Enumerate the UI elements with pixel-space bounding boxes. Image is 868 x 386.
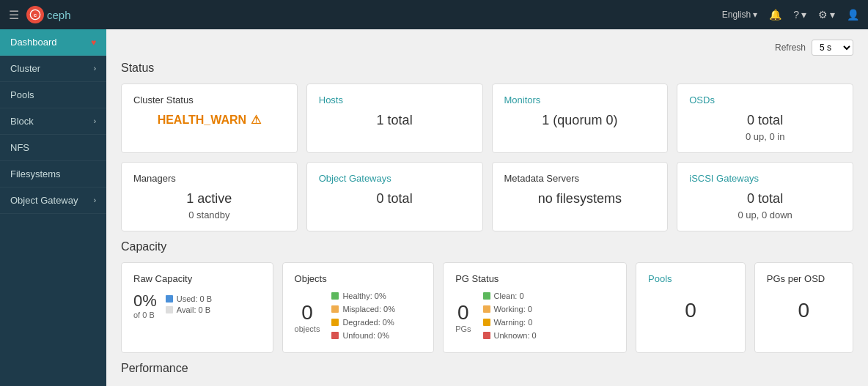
sidebar-cluster-label: Cluster (10, 63, 40, 74)
legend-warning-dot (483, 319, 490, 326)
pools-value: 0 (685, 299, 696, 322)
hamburger-icon[interactable]: ☰ (9, 8, 19, 22)
language-label: English (722, 10, 751, 20)
language-selector[interactable]: English ▾ (722, 10, 757, 20)
sidebar-item-dashboard[interactable]: Dashboard ♥ (0, 29, 106, 56)
language-arrow: ▾ (753, 10, 757, 20)
top-bar-right: English ▾ 🔔 ? ▾ ⚙ ▾ 👤 (722, 9, 859, 21)
sidebar-item-block[interactable]: Block › (0, 108, 106, 135)
sidebar-heart-icon: ♥ (91, 37, 96, 48)
sidebar-item-nfs[interactable]: NFS (0, 135, 106, 161)
iscsi-gateways-detail: 0 up, 0 down (689, 209, 841, 220)
legend-misplaced: Misplaced: 0% (331, 305, 395, 313)
health-warn-icon: ⚠ (251, 113, 261, 127)
top-bar-left: ☰ c ceph (9, 6, 715, 23)
osds-total: 0 total (689, 113, 841, 128)
status-row-2: Managers 1 active 0 standby Object Gatew… (121, 162, 853, 231)
monitors-card: Monitors 1 (quorum 0) (492, 83, 669, 153)
monitors-title[interactable]: Monitors (504, 94, 656, 105)
pg-count: 0 (455, 301, 471, 324)
raw-capacity-percent: 0% (133, 292, 157, 311)
hosts-value: 1 total (319, 113, 471, 128)
raw-capacity-body: 0% of 0 B Used: 0 B Avail: 0 B (133, 292, 261, 319)
performance-section-title: Performance (121, 362, 853, 375)
ceph-logo: c ceph (26, 6, 71, 23)
object-gateways-value: 0 total (319, 191, 471, 207)
legend-misplaced-dot (331, 305, 339, 313)
pg-label: PGs (455, 324, 471, 333)
help-button[interactable]: ? ▾ (793, 9, 806, 21)
sidebar-item-pools[interactable]: Pools (0, 82, 106, 108)
objects-body: 0 objects Healthy: 0% Misplaced: 0% (295, 292, 422, 342)
pg-status-card: PG Status 0 PGs Clean: 0 (443, 262, 627, 353)
legend-degraded: Degraded: 0% (331, 318, 395, 327)
cluster-status-title: Cluster Status (133, 94, 285, 105)
objects-title: Objects (295, 273, 422, 284)
legend-working-label: Working: 0 (494, 305, 532, 313)
legend-unknown-label: Unknown: 0 (494, 331, 537, 340)
settings-button[interactable]: ⚙ ▾ (818, 9, 835, 21)
object-gateways-title[interactable]: Object Gateways (319, 173, 471, 184)
pools-card: Pools 0 (636, 262, 746, 353)
legend-used-label: Used: 0 B (177, 294, 212, 303)
objects-legend: Healthy: 0% Misplaced: 0% Degraded: 0% (331, 292, 395, 342)
legend-clean-label: Clean: 0 (494, 292, 524, 300)
ceph-logo-icon: c (26, 6, 44, 23)
pgs-per-osd-value: 0 (798, 299, 810, 322)
health-warn-text: HEALTH_WARN (158, 114, 246, 127)
hosts-title[interactable]: Hosts (319, 94, 471, 105)
raw-capacity-legend: Used: 0 B Avail: 0 B (166, 294, 212, 316)
sidebar-item-filesystems[interactable]: Filesystems (0, 161, 106, 188)
pg-body: 0 PGs Clean: 0 Working: 0 (455, 292, 614, 342)
pg-status-title: PG Status (455, 273, 614, 284)
osds-card: OSDs 0 total 0 up, 0 in (677, 83, 853, 153)
legend-degraded-label: Degraded: 0% (342, 318, 394, 327)
capacity-section: Capacity Raw Capacity 0% of 0 B Used: (121, 240, 853, 353)
raw-capacity-title: Raw Capacity (133, 273, 261, 284)
iscsi-gateways-title[interactable]: iSCSI Gateways (689, 173, 841, 184)
legend-clean: Clean: 0 (483, 292, 537, 300)
pgs-per-osd-card: PGs per OSD 0 (754, 262, 853, 353)
cluster-status-card: Cluster Status HEALTH_WARN ⚠ (121, 83, 298, 153)
managers-card: Managers 1 active 0 standby (121, 162, 298, 231)
sidebar-block-label: Block (10, 116, 34, 127)
sidebar-item-object-gateway[interactable]: Object Gateway › (0, 188, 106, 214)
metadata-servers-title: Metadata Servers (504, 173, 656, 184)
sidebar-pools-label: Pools (10, 89, 34, 100)
osds-title[interactable]: OSDs (689, 94, 841, 105)
hosts-card: Hosts 1 total (306, 83, 483, 153)
osds-detail: 0 up, 0 in (689, 131, 841, 142)
objects-label: objects (295, 324, 320, 333)
monitors-value: 1 (quorum 0) (504, 113, 656, 128)
legend-working-dot (483, 305, 490, 313)
object-gateways-card: Object Gateways 0 total (306, 162, 483, 231)
pools-title[interactable]: Pools (648, 273, 733, 284)
legend-unfound-label: Unfound: 0% (342, 331, 389, 340)
sidebar-dashboard-label: Dashboard (10, 37, 57, 48)
top-bar: ☰ c ceph English ▾ 🔔 ? ▾ ⚙ ▾ 👤 (0, 0, 868, 29)
svg-text:c: c (34, 12, 37, 18)
metadata-servers-card: Metadata Servers no filesystems (492, 162, 669, 231)
legend-healthy-dot (331, 292, 339, 300)
legend-avail-label: Avail: 0 B (177, 305, 210, 314)
managers-standby: 0 standby (133, 209, 285, 220)
sidebar-item-cluster[interactable]: Cluster › (0, 56, 106, 82)
user-button[interactable]: 👤 (847, 9, 859, 21)
legend-avail-dot (166, 306, 173, 313)
legend-warning: Warning: 0 (483, 318, 537, 327)
pg-count-block: 0 PGs (455, 301, 471, 333)
refresh-select[interactable]: 5 s 10 s 30 s 60 s (812, 40, 853, 56)
legend-unfound: Unfound: 0% (331, 331, 395, 340)
capacity-section-title: Capacity (121, 240, 853, 253)
sidebar-object-gateway-arrow: › (94, 196, 96, 204)
cluster-health-warn[interactable]: HEALTH_WARN ⚠ (158, 113, 261, 127)
iscsi-gateways-card: iSCSI Gateways 0 total 0 up, 0 down (677, 162, 853, 231)
ceph-logo-text: ceph (47, 9, 71, 21)
legend-healthy: Healthy: 0% (331, 292, 395, 300)
main-content: Refresh 5 s 10 s 30 s 60 s Status Cluste… (106, 29, 868, 386)
sidebar-nfs-label: NFS (10, 142, 29, 153)
notifications-button[interactable]: 🔔 (769, 9, 781, 21)
objects-count-block: 0 objects (295, 301, 320, 333)
raw-capacity-card: Raw Capacity 0% of 0 B Used: 0 B (121, 262, 273, 353)
pgs-per-osd-title: PGs per OSD (767, 273, 841, 284)
